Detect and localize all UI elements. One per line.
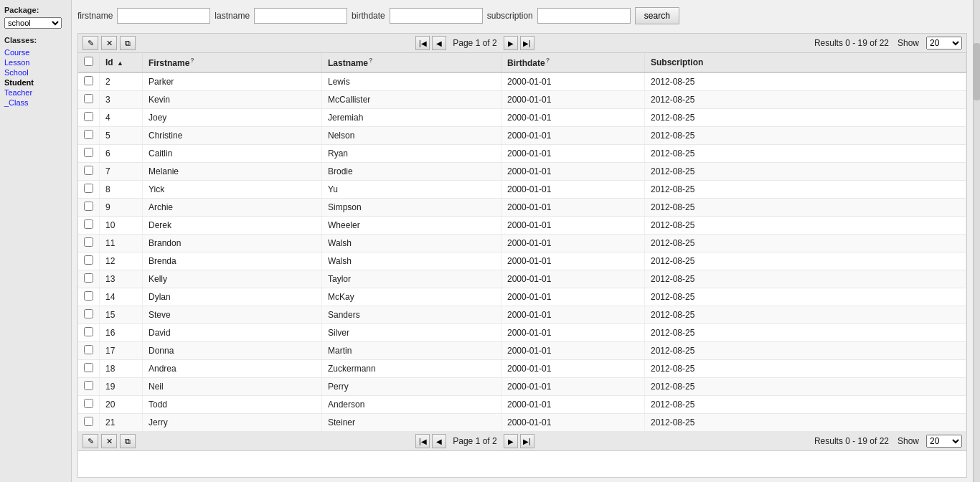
delete-button-bottom[interactable]: ✕: [101, 434, 117, 448]
first-page-button-top[interactable]: |◀: [415, 36, 430, 50]
sidebar-item-course[interactable]: Course: [4, 47, 67, 57]
row-checkbox[interactable]: [84, 417, 93, 426]
row-checkbox[interactable]: [84, 112, 93, 121]
sidebar-item-teacher[interactable]: Teacher: [4, 88, 67, 98]
firstname-input[interactable]: [117, 8, 210, 24]
row-checkbox[interactable]: [84, 202, 93, 211]
row-checkbox-cell[interactable]: [78, 109, 100, 127]
row-checkbox[interactable]: [84, 166, 93, 175]
row-checkbox-cell[interactable]: [78, 342, 100, 360]
row-birthdate: 2000-01-01: [501, 324, 645, 342]
edit-button[interactable]: ✎: [83, 36, 98, 50]
row-checkbox-cell[interactable]: [78, 145, 100, 163]
row-subscription: 2012-08-25: [645, 217, 966, 235]
edit-button-bottom[interactable]: ✎: [83, 434, 98, 448]
row-checkbox[interactable]: [84, 237, 93, 247]
row-birthdate: 2000-01-01: [501, 288, 645, 306]
row-checkbox-cell[interactable]: [78, 396, 100, 414]
row-checkbox-cell[interactable]: [78, 91, 100, 109]
row-checkbox[interactable]: [84, 219, 93, 229]
row-checkbox-cell[interactable]: [78, 378, 100, 396]
table-row: 13 Kelly Taylor 2000-01-01 2012-08-25: [78, 270, 966, 288]
row-checkbox-cell[interactable]: [78, 414, 100, 432]
col-header-firstname[interactable]: Firstname?: [143, 53, 322, 72]
first-page-button-bottom[interactable]: |◀: [415, 434, 430, 448]
row-checkbox-cell[interactable]: [78, 235, 100, 252]
row-checkbox[interactable]: [84, 273, 93, 283]
row-lastname: Jeremiah: [322, 109, 501, 127]
last-page-button-bottom[interactable]: ▶|: [520, 434, 534, 448]
row-checkbox[interactable]: [84, 148, 93, 157]
row-id: 11: [100, 235, 143, 252]
row-subscription: 2012-08-25: [645, 181, 966, 199]
row-checkbox[interactable]: [84, 309, 93, 318]
row-birthdate: 2000-01-01: [501, 145, 645, 163]
scrollbar-thumb[interactable]: [974, 43, 980, 100]
row-birthdate: 2000-01-01: [501, 217, 645, 235]
sidebar-item-class[interactable]: _Class: [4, 98, 67, 108]
row-checkbox-cell[interactable]: [78, 360, 100, 378]
row-birthdate: 2000-01-01: [501, 72, 645, 91]
row-checkbox-cell[interactable]: [78, 72, 100, 91]
subscription-input[interactable]: [537, 8, 631, 24]
row-id: 3: [100, 91, 143, 109]
sidebar-item-lesson[interactable]: Lesson: [4, 57, 67, 67]
row-checkbox[interactable]: [84, 184, 93, 193]
birthdate-input[interactable]: [390, 8, 483, 24]
select-all-header[interactable]: [78, 53, 100, 72]
package-select[interactable]: school: [4, 17, 62, 29]
row-checkbox-cell[interactable]: [78, 324, 100, 342]
lastname-input[interactable]: [254, 8, 347, 24]
row-checkbox-cell[interactable]: [78, 288, 100, 306]
row-lastname: McCallister: [322, 91, 501, 109]
row-birthdate: 2000-01-01: [501, 342, 645, 360]
search-button[interactable]: search: [635, 7, 679, 24]
scrollbar[interactable]: [973, 0, 980, 482]
col-header-birthdate[interactable]: Birthdate?: [501, 53, 645, 72]
col-header-id[interactable]: Id ▲: [100, 53, 143, 72]
show-select-bottom[interactable]: 20 10 50 100: [926, 435, 962, 448]
row-checkbox-cell[interactable]: [78, 252, 100, 270]
next-page-button-top[interactable]: ▶: [504, 36, 518, 50]
copy-button-bottom[interactable]: ⧉: [120, 434, 136, 448]
col-header-subscription[interactable]: Subscription: [645, 53, 966, 72]
row-checkbox[interactable]: [84, 345, 93, 354]
row-checkbox[interactable]: [84, 399, 93, 408]
next-page-button-bottom[interactable]: ▶: [504, 434, 518, 448]
show-select-top[interactable]: 20 10 50 100: [926, 37, 962, 49]
row-lastname: Steiner: [322, 414, 501, 432]
bottom-pagination: |◀ ◀ Page 1 of 2 ▶ ▶|: [415, 434, 534, 448]
row-checkbox[interactable]: [84, 76, 93, 85]
row-subscription: 2012-08-25: [645, 342, 966, 360]
last-page-button-top[interactable]: ▶|: [520, 36, 534, 50]
row-checkbox[interactable]: [84, 255, 93, 265]
row-birthdate: 2000-01-01: [501, 199, 645, 217]
row-id: 16: [100, 324, 143, 342]
row-subscription: 2012-08-25: [645, 306, 966, 324]
delete-button[interactable]: ✕: [101, 36, 117, 50]
row-checkbox-cell[interactable]: [78, 217, 100, 235]
select-all-checkbox[interactable]: [84, 57, 93, 66]
prev-page-button-top[interactable]: ◀: [432, 36, 446, 50]
row-lastname: McKay: [322, 288, 501, 306]
row-checkbox[interactable]: [84, 327, 93, 336]
col-header-lastname[interactable]: Lastname?: [322, 53, 501, 72]
row-checkbox[interactable]: [84, 94, 93, 103]
row-subscription: 2012-08-25: [645, 270, 966, 288]
row-checkbox-cell[interactable]: [78, 199, 100, 217]
prev-page-button-bottom[interactable]: ◀: [432, 434, 446, 448]
row-checkbox-cell[interactable]: [78, 163, 100, 181]
row-checkbox[interactable]: [84, 130, 93, 139]
sidebar-item-student[interactable]: Student: [4, 77, 67, 88]
row-checkbox[interactable]: [84, 381, 93, 390]
sidebar-item-school[interactable]: School: [4, 67, 67, 77]
row-checkbox-cell[interactable]: [78, 270, 100, 288]
row-checkbox[interactable]: [84, 291, 93, 301]
row-checkbox-cell[interactable]: [78, 181, 100, 199]
row-checkbox[interactable]: [84, 363, 93, 372]
copy-button[interactable]: ⧉: [120, 36, 136, 50]
table-row: 20 Todd Anderson 2000-01-01 2012-08-25: [78, 396, 966, 414]
row-checkbox-cell[interactable]: [78, 306, 100, 324]
row-checkbox-cell[interactable]: [78, 127, 100, 145]
help-icon-firstname: ?: [190, 57, 194, 64]
